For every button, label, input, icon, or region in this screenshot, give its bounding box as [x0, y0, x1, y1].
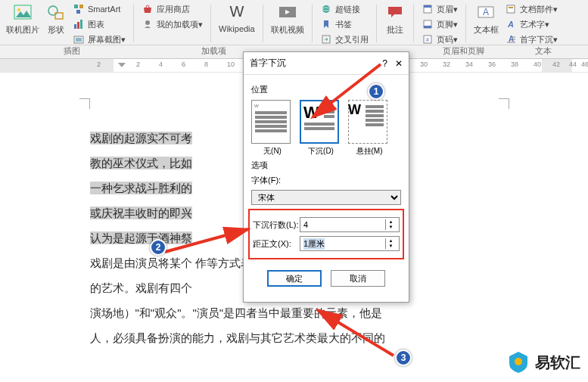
- label: 页脚: [437, 19, 453, 30]
- position-none[interactable]: w 无(N): [251, 100, 294, 157]
- hyperlink-button[interactable]: 超链接: [320, 3, 369, 15]
- group-text: 文本: [499, 45, 586, 58]
- ruler-tick: 30: [420, 61, 428, 68]
- watermark-icon: [506, 350, 530, 374]
- comment-icon: [384, 2, 406, 23]
- svg-rect-4: [74, 5, 78, 8]
- label: 超链接: [335, 4, 360, 15]
- online-video-button[interactable]: 联机视频: [271, 2, 304, 36]
- footer-icon: [422, 18, 434, 30]
- svg-rect-11: [76, 38, 82, 42]
- text-selected: 教的巫术仪式，比如: [90, 157, 192, 169]
- label: 页眉: [437, 4, 453, 15]
- bookmark-button[interactable]: 书签: [320, 18, 369, 30]
- position-margin[interactable]: W 悬挂(M): [348, 100, 390, 157]
- label: 首字下沉: [520, 34, 553, 45]
- ruler-tick: 46: [581, 61, 588, 68]
- dialog-title: 首字下沉: [250, 57, 286, 70]
- section-options-label: 选项: [251, 160, 401, 171]
- addins-icon: [142, 18, 154, 30]
- ruler-tick: 2: [97, 61, 101, 68]
- text: 的艺术。戏剧有四个: [90, 281, 192, 294]
- text-selected: 一种乞求战斗胜利的: [90, 182, 192, 194]
- screenshot-button[interactable]: 屏幕截图 ▾: [73, 33, 126, 45]
- textbox-button[interactable]: A 文本框: [474, 2, 499, 36]
- svg-text:A: A: [507, 20, 514, 29]
- ruler-indent-marker[interactable]: [118, 63, 126, 67]
- crossref-icon: [320, 33, 332, 45]
- ruler-tick: 40: [534, 61, 541, 68]
- close-button[interactable]: ✕: [395, 58, 403, 69]
- ruler-tick: 32: [443, 61, 450, 68]
- smartart-button[interactable]: SmartArt: [73, 3, 126, 15]
- text-selected: 戏剧的起源实不可考: [90, 132, 192, 144]
- page-corner-tl: [79, 98, 90, 109]
- distance-input[interactable]: 1厘米▲▼: [300, 236, 400, 251]
- link-icon: [320, 3, 332, 15]
- ruler-tick: 34: [465, 61, 473, 68]
- svg-point-36: [515, 358, 522, 365]
- dropcap-dialog: 首字下沉 ? ✕ 位置 w 无(N) W 下沉(D) W 悬挂(M) 选项 字体…: [243, 51, 409, 303]
- svg-rect-6: [76, 10, 80, 14]
- ruler-tick: 6: [182, 61, 185, 68]
- svg-point-15: [322, 5, 330, 13]
- svg-rect-8: [77, 22, 79, 29]
- my-addins-button[interactable]: 我的加载项 ▾: [142, 18, 203, 30]
- page-number-button[interactable]: #页码 ▾: [422, 33, 458, 45]
- online-pictures-button[interactable]: 联机图片: [6, 2, 39, 36]
- svg-point-12: [145, 20, 150, 25]
- font-select[interactable]: 宋体: [251, 190, 401, 205]
- doc-parts-button[interactable]: 文档部件 ▾: [505, 3, 558, 15]
- screenshot-icon: [73, 33, 85, 45]
- shapes-button[interactable]: 形状: [45, 2, 67, 36]
- pagenum-icon: #: [422, 33, 434, 45]
- label: 联机视频: [271, 24, 304, 36]
- svg-point-2: [48, 6, 58, 15]
- font-label: 字体(F):: [251, 175, 298, 186]
- label: 文档部件: [520, 4, 553, 15]
- dropcap-button[interactable]: A首字下沉 ▾: [505, 33, 558, 45]
- dialog-titlebar[interactable]: 首字下沉 ? ✕: [244, 52, 409, 75]
- cancel-button[interactable]: 取消: [331, 270, 385, 287]
- watermark: 易软汇: [506, 350, 580, 374]
- ruler-tick: 38: [511, 61, 518, 68]
- svg-text:A: A: [483, 7, 489, 17]
- wikipedia-button[interactable]: W Wikipedia: [219, 2, 255, 33]
- value: 4: [303, 220, 308, 229]
- ruler-tick: 44: [569, 61, 577, 68]
- dropcap-icon: A: [505, 33, 517, 45]
- ok-button[interactable]: 确定: [267, 270, 322, 287]
- spinner-buttons[interactable]: ▲▼: [385, 238, 396, 249]
- label: 文本框: [474, 24, 499, 36]
- label: 应用商店: [157, 4, 190, 15]
- header-button[interactable]: 页眉 ▾: [422, 3, 458, 15]
- label: 无(N): [263, 147, 282, 155]
- annotation-badge-1: 1: [368, 83, 384, 100]
- label: 书签: [335, 19, 352, 30]
- comment-button[interactable]: 批注: [384, 2, 406, 36]
- text-selected: 认为是起源于酒神祭: [90, 231, 192, 244]
- wikipedia-icon: W: [226, 2, 247, 23]
- chart-button[interactable]: 图表: [73, 18, 126, 30]
- spinner-buttons[interactable]: ▲▼: [385, 219, 396, 230]
- footer-button[interactable]: 页脚 ▾: [422, 18, 458, 30]
- lines-input[interactable]: 4▲▼: [300, 217, 400, 232]
- position-dropped[interactable]: W 下沉(D): [300, 100, 342, 157]
- text: 人，必须具备扮演的能力，戏剧与其它艺术类最大的不同的: [90, 331, 385, 344]
- label: 我的加载项: [157, 19, 198, 30]
- text: 演场地）"和"观众"。"演员"是四者当中最重要的元素，他是: [90, 306, 383, 319]
- value: 1厘米: [303, 238, 325, 250]
- label: 批注: [387, 24, 403, 36]
- svg-text:W: W: [229, 3, 244, 20]
- app-store-button[interactable]: 应用商店: [142, 3, 203, 15]
- watermark-text: 易软汇: [535, 352, 580, 373]
- wordart-button[interactable]: A艺术字 ▾: [505, 18, 558, 30]
- svg-rect-19: [424, 5, 431, 8]
- ruler-tick: 36: [488, 61, 496, 68]
- help-button[interactable]: ?: [382, 58, 387, 69]
- annotation-badge-2: 2: [150, 239, 166, 256]
- crossref-button[interactable]: 交叉引用: [320, 33, 369, 45]
- label: SmartArt: [88, 5, 120, 14]
- group-header-footer: 页眉和页脚: [428, 45, 499, 58]
- label: 形状: [48, 24, 64, 36]
